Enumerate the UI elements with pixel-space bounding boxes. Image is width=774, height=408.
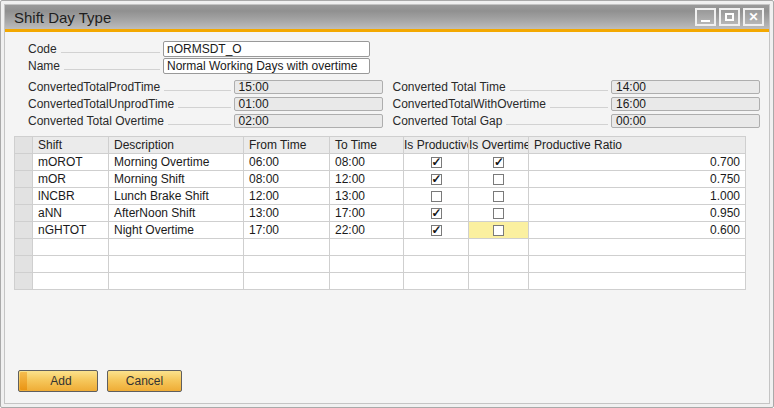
cell-to-time[interactable]: 13:00 <box>330 188 404 205</box>
empty-cell[interactable] <box>109 239 244 256</box>
cell-productive-ratio[interactable]: 0.700 <box>529 154 746 171</box>
code-label-line <box>61 43 160 53</box>
cell-to-time[interactable]: 17:00 <box>330 205 404 222</box>
empty-cell[interactable] <box>469 273 529 290</box>
cell-description[interactable]: Morning Shift <box>109 171 244 188</box>
empty-cell[interactable] <box>330 273 404 290</box>
shift-table: Shift Description From Time To Time Is P… <box>14 136 746 290</box>
cell-from-time[interactable]: 12:00 <box>244 188 330 205</box>
col-header-from-time: From Time <box>244 137 330 154</box>
cell-is-productive[interactable] <box>404 205 469 222</box>
totalgap-label: Converted Total Gap <box>393 114 503 128</box>
empty-cell[interactable] <box>469 239 529 256</box>
empty-cell[interactable] <box>33 239 109 256</box>
row-selector[interactable] <box>15 273 33 290</box>
cell-to-time[interactable]: 12:00 <box>330 171 404 188</box>
cell-productive-ratio[interactable]: 1.000 <box>529 188 746 205</box>
unprodtime-label: ConvertedTotalUnprodTime <box>28 97 174 111</box>
empty-cell[interactable] <box>404 256 469 273</box>
title-bar[interactable]: Shift Day Type ✕ <box>5 5 769 29</box>
close-button[interactable]: ✕ <box>743 8 764 26</box>
cancel-button[interactable]: Cancel <box>107 370 182 392</box>
row-selector[interactable] <box>15 205 33 222</box>
cell-to-time[interactable]: 22:00 <box>330 222 404 239</box>
empty-cell[interactable] <box>33 256 109 273</box>
is-productive-checkbox[interactable] <box>431 157 442 168</box>
cell-productive-ratio[interactable]: 0.950 <box>529 205 746 222</box>
maximize-button[interactable] <box>719 8 740 26</box>
empty-cell[interactable] <box>330 256 404 273</box>
cell-shift[interactable]: lNCBR <box>33 188 109 205</box>
cell-is-overtime[interactable] <box>469 171 529 188</box>
cell-is-overtime[interactable] <box>469 205 529 222</box>
totals-row-3: Converted Total Overtime 02:00 Converted… <box>28 113 760 129</box>
cell-is-overtime-selected[interactable] <box>469 222 529 239</box>
empty-cell[interactable] <box>529 273 746 290</box>
cell-is-productive[interactable] <box>404 188 469 205</box>
empty-cell[interactable] <box>469 256 529 273</box>
add-button[interactable]: Add <box>18 370 98 392</box>
totalovertime-label-wrap: Converted Total Overtime <box>28 114 234 128</box>
prodtime-label-wrap: ConvertedTotalProdTime <box>28 80 234 94</box>
converted-totals-section: ConvertedTotalProdTime 15:00 Converted T… <box>28 79 760 130</box>
cell-description[interactable]: AfterNoon Shift <box>109 205 244 222</box>
empty-cell[interactable] <box>244 256 330 273</box>
empty-cell[interactable] <box>404 273 469 290</box>
col-header-shift: Shift <box>33 137 109 154</box>
empty-cell[interactable] <box>529 239 746 256</box>
name-field-row: Name <box>28 57 760 74</box>
cell-shift[interactable]: mOR <box>33 171 109 188</box>
cell-from-time[interactable]: 08:00 <box>244 171 330 188</box>
cell-from-time[interactable]: 13:00 <box>244 205 330 222</box>
is-overtime-checkbox[interactable] <box>493 225 504 236</box>
row-selector[interactable] <box>15 188 33 205</box>
row-selector[interactable] <box>15 256 33 273</box>
cell-shift[interactable]: nGHTOT <box>33 222 109 239</box>
minimize-icon <box>701 20 710 22</box>
shift-day-type-window: Shift Day Type ✕ Code <box>0 0 774 408</box>
row-selector[interactable] <box>15 222 33 239</box>
row-selector[interactable] <box>15 154 33 171</box>
code-input[interactable] <box>163 41 370 57</box>
cell-is-overtime[interactable] <box>469 188 529 205</box>
cell-productive-ratio[interactable]: 0.600 <box>529 222 746 239</box>
is-overtime-checkbox[interactable] <box>493 157 504 168</box>
totalgap-label-line <box>506 115 608 125</box>
code-label-wrap: Code <box>28 42 163 56</box>
name-input[interactable] <box>163 58 370 74</box>
empty-cell[interactable] <box>109 273 244 290</box>
cell-productive-ratio[interactable]: 0.750 <box>529 171 746 188</box>
is-overtime-checkbox[interactable] <box>493 174 504 185</box>
cell-to-time[interactable]: 08:00 <box>330 154 404 171</box>
cell-description[interactable]: Lunch Brake Shift <box>109 188 244 205</box>
cell-is-productive[interactable] <box>404 222 469 239</box>
empty-cell[interactable] <box>330 239 404 256</box>
empty-cell[interactable] <box>404 239 469 256</box>
cell-from-time[interactable]: 06:00 <box>244 154 330 171</box>
cell-from-time[interactable]: 17:00 <box>244 222 330 239</box>
totalgap-value: 00:00 <box>611 114 760 128</box>
cell-shift[interactable]: mOROT <box>33 154 109 171</box>
cell-is-productive[interactable] <box>404 154 469 171</box>
row-selector[interactable] <box>15 171 33 188</box>
is-productive-checkbox[interactable] <box>431 225 442 236</box>
empty-cell[interactable] <box>109 256 244 273</box>
is-productive-checkbox[interactable] <box>431 208 442 219</box>
is-overtime-checkbox[interactable] <box>493 191 504 202</box>
empty-cell[interactable] <box>244 273 330 290</box>
is-overtime-checkbox[interactable] <box>493 208 504 219</box>
row-selector[interactable] <box>15 239 33 256</box>
empty-cell[interactable] <box>33 273 109 290</box>
cell-description[interactable]: Night Overtime <box>109 222 244 239</box>
table-row: mOROTMorning Overtime06:0008:000.700 <box>15 154 746 171</box>
cell-description[interactable]: Morning Overtime <box>109 154 244 171</box>
totals-row-2: ConvertedTotalUnprodTime 01:00 Converted… <box>28 96 760 112</box>
cell-is-productive[interactable] <box>404 171 469 188</box>
cell-is-overtime[interactable] <box>469 154 529 171</box>
minimize-button[interactable] <box>695 8 716 26</box>
empty-cell[interactable] <box>244 239 330 256</box>
is-productive-checkbox[interactable] <box>431 191 442 202</box>
cell-shift[interactable]: aNN <box>33 205 109 222</box>
is-productive-checkbox[interactable] <box>431 174 442 185</box>
empty-cell[interactable] <box>529 256 746 273</box>
